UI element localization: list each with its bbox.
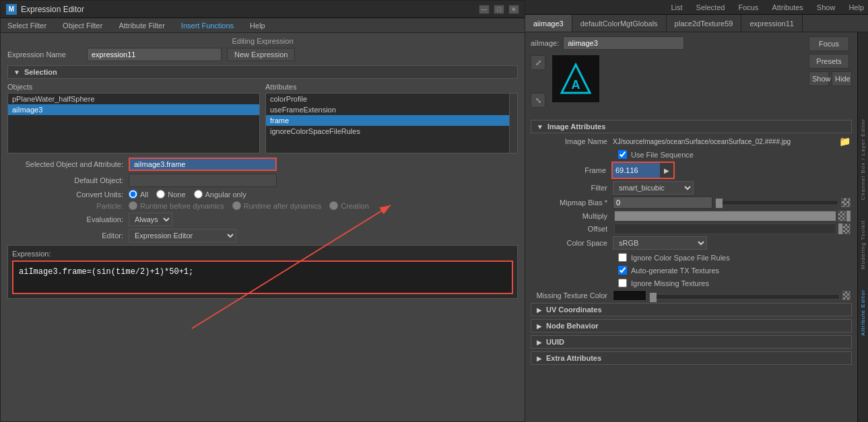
filter-label: Filter bbox=[532, 184, 613, 192]
evaluation-select[interactable]: Always bbox=[129, 213, 172, 226]
uuid-arrow: ▶ bbox=[537, 339, 542, 346]
convert-units-label: Convert Units: bbox=[7, 190, 129, 199]
slider-thumb bbox=[650, 293, 657, 302]
aiimage-row: aiImage: bbox=[531, 36, 809, 50]
image-attr-title: Image Attributes bbox=[547, 122, 605, 131]
missing-color-swatch[interactable] bbox=[613, 290, 646, 301]
extra-attr-arrow: ▶ bbox=[537, 355, 542, 362]
editor-select[interactable]: Expression Editor bbox=[129, 229, 236, 242]
radio-angular[interactable]: Angular only bbox=[194, 190, 246, 199]
frame-row: Frame ▶ bbox=[531, 162, 852, 179]
radio-creation[interactable]: Creation bbox=[329, 201, 369, 210]
selected-obj-attr-input[interactable] bbox=[129, 157, 277, 171]
menu-list[interactable]: List bbox=[671, 3, 682, 11]
color-space-label: Color Space bbox=[532, 239, 613, 247]
hide-button[interactable]: Hide bbox=[832, 71, 852, 86]
ignore-missing-label: Ignore Missing Textures bbox=[631, 279, 709, 287]
menu-show[interactable]: Show bbox=[817, 3, 836, 11]
ignore-missing-row: Ignore Missing Textures bbox=[531, 277, 852, 289]
radio-angular-label: Angular only bbox=[205, 190, 246, 199]
ignore-missing-checkbox[interactable] bbox=[618, 279, 627, 287]
use-file-sequence-checkbox[interactable] bbox=[618, 150, 627, 159]
menu-attributes[interactable]: Attributes bbox=[772, 3, 803, 11]
folder-icon[interactable]: 📁 bbox=[839, 136, 850, 147]
image-name-row: Image Name XJ/sourceImages/oceanSurface/… bbox=[531, 136, 852, 147]
menu-attribute-filter[interactable]: Attribute Filter bbox=[116, 20, 167, 31]
radio-all[interactable]: All bbox=[129, 190, 148, 199]
menu-insert-functions[interactable]: Insert Functions bbox=[178, 20, 236, 31]
top-menu-bar: List Selected Focus Attributes Show Help bbox=[525, 0, 868, 15]
show-button[interactable]: Show bbox=[809, 71, 829, 86]
menu-object-filter[interactable]: Object Filter bbox=[60, 20, 105, 31]
maximize-button[interactable]: □ bbox=[494, 5, 504, 14]
frame-input[interactable] bbox=[613, 164, 660, 176]
mipmap-checker bbox=[841, 198, 850, 207]
shrink-icon-btn[interactable]: ⤡ bbox=[531, 93, 545, 108]
preview-buttons: Focus Presets Show Hide bbox=[809, 36, 852, 86]
default-object-row: Default Object: bbox=[7, 174, 518, 187]
menu-select-filter[interactable]: Select Filter bbox=[5, 20, 49, 31]
tab-place2dtexture[interactable]: place2dTexture59 bbox=[667, 15, 742, 32]
radio-none[interactable]: None bbox=[156, 190, 185, 199]
editor-label: Editor: bbox=[7, 232, 129, 240]
color-space-select[interactable]: sRGB bbox=[613, 236, 707, 250]
tab-defaultcolormgt[interactable]: defaultColorMgtGlobals bbox=[572, 15, 667, 32]
menu-selected[interactable]: Selected bbox=[696, 3, 725, 11]
menu-help-right[interactable]: Help bbox=[848, 3, 864, 11]
selected-obj-attr-label: Selected Object and Attribute: bbox=[7, 160, 129, 168]
evaluation-row: Evaluation: Always bbox=[7, 213, 518, 226]
right-content-area: aiImage: ⤢ ⤡ A bbox=[525, 32, 868, 422]
missing-texture-color-label: Missing Texture Color bbox=[532, 291, 613, 300]
menu-help[interactable]: Help bbox=[247, 20, 268, 31]
ignore-color-space-checkbox[interactable] bbox=[618, 253, 627, 262]
close-button[interactable]: ✕ bbox=[508, 5, 519, 14]
list-item[interactable]: ignoreColorSpaceFileRules bbox=[266, 126, 517, 137]
multiply-slider-thumb bbox=[846, 211, 850, 221]
missing-texture-color-row: Missing Texture Color bbox=[531, 290, 852, 301]
attributes-label: Attributes bbox=[265, 83, 518, 91]
frame-arrow-button[interactable]: ▶ bbox=[660, 163, 673, 178]
tab-aiimage3[interactable]: aiimage3 bbox=[525, 15, 572, 32]
node-behavior-section[interactable]: ▶ Node Behavior bbox=[531, 319, 852, 332]
radio-runtime-after[interactable]: Runtime after dynamics bbox=[232, 201, 322, 210]
auto-generate-tx-label: Auto-generate TX Textures bbox=[631, 267, 719, 275]
list-item[interactable]: colorProfile bbox=[266, 94, 517, 104]
list-item[interactable]: frame bbox=[266, 115, 517, 126]
color-space-row: Color Space sRGB bbox=[531, 236, 852, 250]
expression-name-input[interactable] bbox=[87, 48, 222, 61]
offset-swatch[interactable] bbox=[614, 223, 836, 234]
mipmap-bias-row: Mipmap Bias * bbox=[531, 197, 852, 209]
radio-runtime-before[interactable]: Runtime before dynamics bbox=[129, 201, 224, 210]
multiply-swatch[interactable] bbox=[614, 211, 836, 221]
expand-icon-btn[interactable]: ⤢ bbox=[531, 55, 545, 70]
image-attributes-section[interactable]: ▼ Image Attributes bbox=[531, 120, 852, 133]
list-item[interactable]: pPlaneWater_halfSphere bbox=[8, 94, 259, 104]
attributes-list[interactable]: colorProfile useFrameExtension frame ign… bbox=[265, 93, 518, 153]
focus-button[interactable]: Focus bbox=[809, 36, 849, 51]
new-expression-button[interactable]: New Expression bbox=[227, 48, 295, 61]
missing-checker bbox=[842, 291, 850, 300]
presets-button[interactable]: Presets bbox=[809, 54, 849, 69]
image-name-value: XJ/sourceImages/oceanSurface/oceanSurfac… bbox=[613, 138, 836, 145]
objects-list[interactable]: pPlaneWater_halfSphere aiImage3 bbox=[7, 93, 260, 153]
menu-focus[interactable]: Focus bbox=[738, 3, 758, 11]
expression-area: Expression: aiImage3.frame=(sin(time/2)+… bbox=[7, 245, 518, 299]
expression-name-row: Expression Name New Expression bbox=[7, 48, 518, 61]
minimize-button[interactable]: — bbox=[479, 5, 490, 14]
uv-coordinates-section[interactable]: ▶ UV Coordinates bbox=[531, 303, 852, 316]
default-object-input[interactable] bbox=[129, 174, 277, 187]
list-item[interactable]: aiImage3 bbox=[8, 104, 259, 115]
scrollbar[interactable] bbox=[509, 94, 517, 153]
tab-expression11[interactable]: expression11 bbox=[741, 15, 802, 32]
auto-generate-tx-checkbox[interactable] bbox=[618, 266, 627, 275]
uuid-section[interactable]: ▶ UUID bbox=[531, 335, 852, 349]
expression-code-box[interactable]: aiImage3.frame=(sin(time/2)+1)*50+1; bbox=[12, 260, 513, 294]
extra-attributes-section[interactable]: ▶ Extra Attributes bbox=[531, 351, 852, 365]
list-item[interactable]: useFrameExtension bbox=[266, 104, 517, 115]
missing-texture-slider[interactable] bbox=[649, 294, 840, 300]
aiimage-value-input[interactable] bbox=[563, 36, 684, 50]
filter-select[interactable]: smart_bicubic bbox=[613, 181, 694, 195]
mipmap-bias-input[interactable] bbox=[613, 197, 712, 209]
radio-all-label: All bbox=[140, 190, 148, 199]
mipmap-bias-slider[interactable] bbox=[715, 200, 838, 205]
